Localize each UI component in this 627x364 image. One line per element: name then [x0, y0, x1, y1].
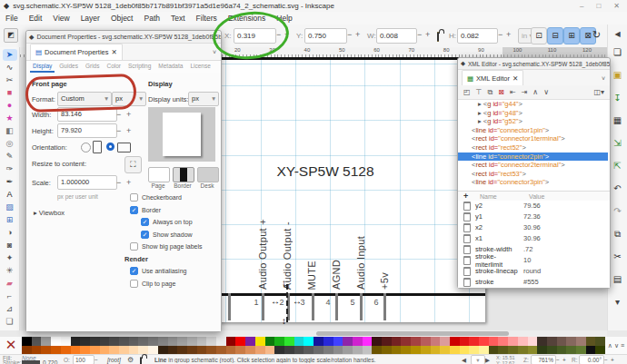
- color-swatch[interactable]: [226, 337, 236, 346]
- color-swatch[interactable]: [158, 346, 168, 355]
- display-units-select[interactable]: px▾: [188, 92, 219, 106]
- attribute-value[interactable]: 30.96: [523, 234, 541, 242]
- color-swatch[interactable]: [80, 346, 90, 355]
- color-swatch[interactable]: [547, 346, 557, 355]
- checkbox-show-shadow[interactable]: ✓Show shadow: [141, 231, 193, 239]
- delete-attribute-icon[interactable]: [463, 202, 471, 211]
- attribute-value[interactable]: .72: [523, 245, 532, 253]
- width-plus-button[interactable]: +: [126, 110, 131, 119]
- xml-node-connector1terminal[interactable]: <rect id="connector1terminal">: [458, 134, 608, 143]
- spray-tool[interactable]: ✳: [3, 265, 17, 277]
- checkbox-border[interactable]: ✓Border: [130, 206, 161, 214]
- y-field[interactable]: 0.750: [304, 28, 347, 44]
- color-swatch[interactable]: [518, 346, 528, 355]
- attribute-row[interactable]: stroke#555: [458, 277, 610, 287]
- selection-scale-handle-bottom[interactable]: ↕: [282, 316, 286, 326]
- rotation-minus-button[interactable]: −: [604, 357, 608, 363]
- color-swatch[interactable]: [595, 337, 605, 346]
- color-swatch[interactable]: [401, 337, 411, 346]
- color-swatch[interactable]: [216, 346, 226, 355]
- color-swatch[interactable]: [469, 346, 479, 355]
- checkbox-show-big-page-labels[interactable]: Show big page labels: [130, 242, 203, 251]
- delete-attribute-icon[interactable]: [463, 267, 471, 276]
- color-swatch[interactable]: [109, 346, 119, 355]
- box-3d-tool[interactable]: ◧: [3, 125, 17, 137]
- color-swatch[interactable]: [323, 346, 333, 355]
- scale-plus-button[interactable]: +: [126, 178, 131, 187]
- duplicate-node-icon[interactable]: ⧉: [488, 88, 493, 97]
- delete-attribute-icon[interactable]: [463, 234, 471, 243]
- color-swatch[interactable]: [148, 346, 158, 355]
- tab-color[interactable]: Color: [104, 61, 124, 73]
- color-swatch[interactable]: [528, 337, 538, 346]
- attribute-row[interactable]: stroke-miterlimit10: [458, 255, 610, 265]
- color-swatch[interactable]: [206, 346, 216, 355]
- menu-object[interactable]: Object: [105, 14, 139, 23]
- delete-attribute-icon[interactable]: [463, 223, 471, 232]
- color-swatch[interactable]: [22, 337, 32, 346]
- unchecked-checkbox-icon[interactable]: [130, 280, 138, 288]
- w-field[interactable]: 0.008: [376, 28, 417, 44]
- delete-attribute-icon[interactable]: [463, 212, 471, 221]
- menu-file[interactable]: File: [0, 14, 24, 23]
- color-swatch[interactable]: [41, 346, 51, 355]
- color-swatch[interactable]: [431, 337, 441, 346]
- add-attribute-button[interactable]: +: [463, 192, 468, 201]
- attribute-value[interactable]: #555: [523, 278, 539, 286]
- redo-icon[interactable]: ↷: [611, 205, 625, 218]
- layer-lock-icon[interactable]: [140, 357, 142, 364]
- lock-ratio-icon[interactable]: [437, 32, 439, 42]
- rotation-field[interactable]: 0.00°: [579, 355, 604, 364]
- menu-path[interactable]: Path: [138, 14, 165, 23]
- y-plus-button[interactable]: +: [355, 28, 360, 42]
- document-properties-tab-close-icon[interactable]: ✕: [112, 48, 117, 56]
- color-swatch[interactable]: [518, 337, 528, 346]
- zoom-plus-button[interactable]: +: [562, 357, 566, 363]
- attribute-value[interactable]: round: [523, 267, 541, 275]
- color-swatch[interactable]: [314, 337, 323, 346]
- tab-guides[interactable]: Guides: [56, 61, 81, 73]
- color-swatch[interactable]: [304, 337, 314, 346]
- opacity-minus-button[interactable]: −: [95, 357, 98, 363]
- selected-pin-line[interactable]: [286, 284, 288, 322]
- snap-global-toggle-icon[interactable]: ⊡: [531, 27, 547, 44]
- color-swatch[interactable]: [274, 346, 284, 355]
- color-swatch[interactable]: [586, 346, 596, 355]
- pin-label[interactable]: +5v: [379, 272, 390, 290]
- x-minus-button[interactable]: −: [276, 28, 281, 42]
- color-swatch[interactable]: [32, 346, 42, 355]
- color-swatch[interactable]: [566, 337, 576, 346]
- new-text-node-icon[interactable]: ⊤: [476, 88, 483, 96]
- color-swatch[interactable]: [469, 337, 479, 346]
- h-plus-button[interactable]: +: [506, 28, 511, 42]
- eraser-tool[interactable]: ▰: [3, 278, 17, 290]
- delete-attribute-icon[interactable]: [463, 256, 471, 265]
- color-swatch[interactable]: [71, 337, 81, 346]
- color-swatch[interactable]: [274, 337, 284, 346]
- color-swatch[interactable]: [206, 337, 216, 346]
- schematic-top-edge[interactable]: [184, 57, 485, 60]
- attribute-value[interactable]: 30.96: [523, 223, 541, 231]
- maximize-button[interactable]: □: [596, 2, 601, 10]
- checkbox-use-antialiasing[interactable]: ✓Use antialiasing: [130, 267, 186, 275]
- x-field[interactable]: 0.319: [234, 28, 276, 44]
- color-swatch[interactable]: [460, 346, 470, 355]
- delete-node-icon[interactable]: ⊠: [498, 88, 504, 96]
- color-swatch[interactable]: [304, 346, 314, 355]
- color-swatch[interactable]: [100, 337, 110, 346]
- color-swatch[interactable]: [363, 337, 373, 346]
- attribute-value[interactable]: 72.36: [523, 212, 541, 221]
- color-swatch[interactable]: [450, 337, 460, 346]
- attribute-row[interactable]: stroke-linecapround: [458, 266, 610, 276]
- checkbox-clip-to-page[interactable]: Clip to page: [130, 280, 175, 288]
- xml-node-connector2terminal[interactable]: <rect id="connector2terminal">: [458, 161, 608, 170]
- pin-label[interactable]: AGND: [331, 260, 342, 290]
- pin-label[interactable]: Audio Output +: [257, 219, 268, 290]
- y-minus-button[interactable]: −: [347, 28, 352, 42]
- layer-settings-icon[interactable]: ⚙: [127, 356, 134, 364]
- schematic-title[interactable]: XY-SP5W 5128: [273, 163, 378, 180]
- selection-paste-style-icon[interactable]: ◩: [4, 28, 18, 43]
- color-swatch[interactable]: [382, 337, 392, 346]
- scale-minus-button[interactable]: −: [116, 178, 121, 187]
- xml-node-connector2pin[interactable]: <line id="connector2pin">: [458, 152, 608, 162]
